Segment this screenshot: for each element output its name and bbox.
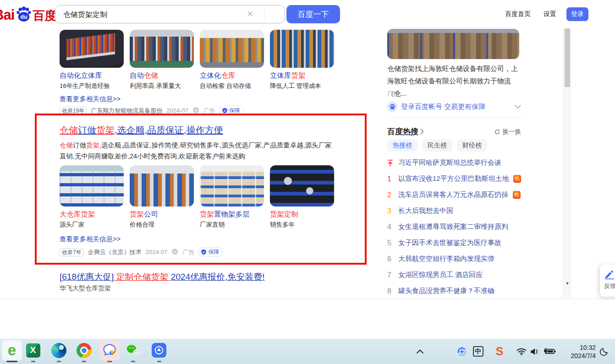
ad-card[interactable]: 大仓库货架 源头厂家 — [60, 165, 124, 229]
ad-card-title-link[interactable]: 货架置物架多层 — [200, 210, 264, 219]
hot-tab[interactable]: 民生榜 — [422, 139, 452, 152]
taskbar-edge[interactable] — [49, 340, 69, 360]
hot-search-item[interactable]: 7 女浴区惊现男员工 酒店回应 — [387, 267, 521, 283]
indexed-years-badge: 收录7年 — [60, 248, 84, 256]
ad-card-title-link[interactable]: 大仓库货架 — [60, 210, 124, 219]
tray-battery[interactable] — [543, 339, 556, 364]
chevron-right-icon[interactable] — [420, 129, 424, 135]
ad-card-subtitle: 利用率高 承重量大 — [130, 82, 194, 90]
login-tip-row[interactable]: 登录百度帐号 交易更有保障 — [387, 100, 521, 118]
ad1-more-link[interactable]: 查看更多相关信息>> — [60, 95, 121, 103]
ad-card-subtitle: 价格合理 — [130, 221, 194, 229]
ad-card-image[interactable] — [130, 165, 194, 206]
ad-card-image[interactable] — [130, 30, 194, 68]
result-menu-icon[interactable] — [171, 248, 178, 256]
clear-search-icon[interactable]: ✕ — [247, 10, 253, 19]
tray-ime-indicator[interactable]: 中 — [472, 339, 483, 364]
ad-card-title-link[interactable]: 自动化立体库 — [60, 71, 124, 80]
baidu-logo-text-left: Bai — [0, 6, 14, 24]
scrollbar-down-arrow[interactable]: ▼ — [563, 281, 571, 288]
ad-card-subtitle: 销售多年 — [270, 221, 334, 229]
secure-badge[interactable]: 保障 — [198, 247, 223, 257]
taskbar-clock[interactable]: 10:32 2024/7/4 — [571, 343, 596, 360]
edge-icon — [51, 343, 66, 358]
search-input[interactable] — [62, 5, 243, 24]
excel-icon: X — [26, 343, 40, 358]
hot-tab[interactable]: 热搜榜 — [387, 139, 417, 152]
tray-night-mode[interactable] — [599, 339, 610, 364]
running-app-indicator — [131, 361, 135, 362]
scrollbar-thumb[interactable] — [565, 24, 570, 87]
tray-volume[interactable] — [529, 339, 541, 364]
taskbar-360-browser[interactable]: e — [2, 340, 22, 360]
ad-card-title-link[interactable]: 货架公司 — [130, 210, 194, 219]
ime-chinese-icon: 中 — [473, 346, 483, 357]
taskbar-chrome[interactable] — [74, 340, 94, 360]
secure-badge[interactable]: 保障 — [220, 106, 244, 115]
ad-card-image[interactable] — [200, 165, 264, 206]
baidu-logo[interactable]: Bai du 百度 — [0, 5, 56, 24]
ad1-meta-row: 收录19年 广东顺力智能物流装备股份 2024-07 广告 保障 — [60, 106, 244, 115]
taskbar-overflow-chevron[interactable] — [415, 339, 425, 364]
taskbar-wecom[interactable] — [99, 340, 120, 360]
nav-baidu-home[interactable]: 百度首页 — [505, 10, 531, 18]
ad-card-image[interactable] — [200, 30, 264, 68]
hot-rank: 5 — [387, 239, 394, 247]
ad-card[interactable]: 货架置物架多层 厂家直销 — [200, 165, 264, 229]
sidebar-ad-label: 广告 — [387, 90, 399, 98]
hot-search-item[interactable]: 5 女子因手术去世被鉴定为医疗事故 — [387, 235, 521, 251]
ad1-card-grid: 自动化立体库 16年生产制造经验 自动仓储 利用率高 承重量大 立体化仓库 自动… — [60, 30, 334, 90]
ad-card-title-link[interactable]: 自动仓储 — [130, 71, 194, 80]
hot-search-item[interactable]: 2 洗车店员误将客人万元水晶原石扔掉 热 — [387, 187, 521, 203]
sidebar-ad-image[interactable] — [387, 29, 519, 59]
ad2-title-link[interactable]: 仓储订做货架,选企顺,品质保证,操作方便 — [60, 124, 223, 136]
chevron-up-icon — [416, 349, 424, 354]
refresh-button[interactable]: 换一换 — [494, 128, 522, 136]
ad-card-image[interactable] — [60, 30, 124, 68]
ad-card[interactable]: 立体库货架 降低人工 管理成本 — [270, 30, 334, 90]
taskbar-excel[interactable]: X — [23, 340, 43, 360]
result-menu-icon[interactable] — [192, 107, 199, 115]
sidebar-ad-description[interactable]: 仓储货架找上海敦旺仓储设备有限公司，上海敦旺仓储设备有限公司长期致力于物流（仓.… — [387, 62, 521, 99]
feedback-button[interactable]: 反馈 — [600, 265, 615, 297]
ad-card-title-link[interactable]: 立体库货架 — [270, 71, 334, 80]
ad-card-title-link[interactable]: 货架定制 — [270, 210, 334, 219]
hot-rank: 3 — [387, 207, 394, 215]
results-column: 自动化立体库 16年生产制造经验 自动仓储 利用率高 承重量大 立体化仓库 自动… — [60, 0, 380, 299]
tray-sync-app[interactable] — [456, 339, 468, 364]
chevron-down-icon[interactable] — [515, 103, 521, 111]
search-button[interactable]: 百度一下 — [286, 5, 340, 23]
indexed-years-badge: 收录19年 — [60, 107, 87, 115]
ad-card-title-link[interactable]: 立体化仓库 — [200, 71, 264, 80]
taskbar-blue-arrow-app[interactable] — [149, 340, 169, 360]
hot-search-item[interactable]: 3 长大后我想去中国 — [387, 203, 521, 219]
ad-card[interactable]: 立体化仓库 自动检索 自动存储 — [200, 30, 264, 90]
login-button[interactable]: 登录 — [566, 7, 588, 21]
ad-card[interactable]: 自动仓储 利用率高 承重量大 — [130, 30, 194, 90]
scrollbar[interactable]: ▲ ▼ — [563, 0, 571, 298]
hot-search-item[interactable]: 6 大韩航空空姐行李箱内发现实弹 — [387, 251, 521, 267]
ad-card-image[interactable] — [270, 165, 334, 206]
tray-wifi[interactable] — [516, 339, 527, 364]
ad-card[interactable]: 自动化立体库 16年生产制造经验 — [60, 30, 124, 90]
hot-search-item[interactable]: 4 女生退租遭辱骂致死案二审维持原判 — [387, 219, 521, 235]
ad-card[interactable]: 货架公司 价格合理 — [130, 165, 194, 229]
hot-rank: 1 — [387, 175, 394, 183]
ad-card[interactable]: 货架定制 销售多年 — [270, 165, 334, 229]
ad-card-image[interactable] — [60, 165, 124, 206]
hot-tab[interactable]: 财经榜 — [457, 139, 487, 152]
baidu-paw-icon: du — [15, 5, 32, 25]
hot-search-item[interactable]: 8 罐头食品没营养不健康？不准确 — [387, 283, 521, 299]
site-name: 企腾云（北京）技术 — [88, 248, 142, 256]
ad-card-image[interactable] — [270, 30, 334, 68]
hot-search-title[interactable]: 百度热搜 — [387, 126, 418, 137]
ad-label: 广告 — [203, 107, 215, 115]
clock-time: 10:32 — [571, 343, 596, 352]
ad2-more-link[interactable]: 查看更多相关信息>> — [60, 235, 121, 244]
hot-search-item[interactable]: 1 以宣布没收12平方公里巴勒斯坦土地 热 — [387, 171, 521, 187]
hot-search-item[interactable]: 习近平同哈萨克斯坦总统举行会谈 — [387, 155, 521, 171]
tray-sogou-input[interactable]: S — [494, 339, 505, 364]
taskbar-wechat[interactable] — [123, 340, 143, 360]
result3-title-link[interactable]: [618优惠大促] 定制仓储货架 2024优惠报价,免安装费! — [60, 271, 265, 283]
nav-settings[interactable]: 设置 — [544, 10, 556, 18]
